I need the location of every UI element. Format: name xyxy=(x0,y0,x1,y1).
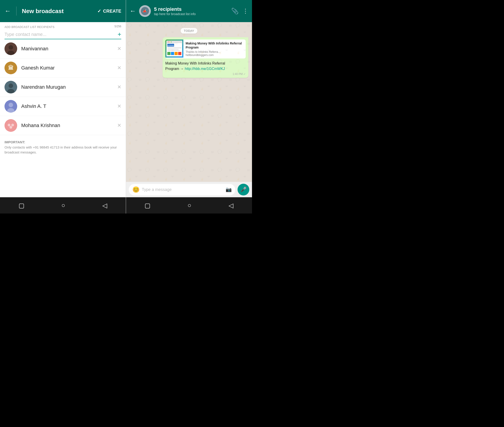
link-preview-image: infolinks xyxy=(165,39,183,58)
nav-recent-apps-icon-right[interactable]: ▢ xyxy=(145,202,150,209)
svg-point-9 xyxy=(8,103,13,107)
message-time: 1:40 PM ✓ xyxy=(165,72,246,76)
avatar xyxy=(5,100,17,113)
header-info[interactable]: 5 recipients tap here for broadcast list… xyxy=(154,6,228,16)
more-options-icon[interactable]: ⋮ xyxy=(242,8,248,15)
message-text-line2: Program → xyxy=(165,67,184,71)
important-text: Only contacts with +91 98845 41713 in th… xyxy=(5,145,117,154)
nav-back-icon-right[interactable]: ◁ xyxy=(229,202,233,209)
input-box: 😊 📷 xyxy=(129,184,235,195)
bottom-nav-left: ▢ ○ ◁ xyxy=(0,197,126,214)
svg-rect-31 xyxy=(167,49,178,50)
contact-name: Manivannan xyxy=(21,46,117,52)
svg-text:infolinks: infolinks xyxy=(168,45,174,46)
contact-name: Ganesh Kumar xyxy=(21,65,117,71)
avatar xyxy=(5,119,17,132)
search-row: + xyxy=(5,31,121,39)
message-bubble: infolinks Making M xyxy=(130,37,248,78)
bottom-nav-right: ▢ ○ ◁ xyxy=(126,197,252,214)
right-panel: ← 📣 5 recipients tap here for broadcast … xyxy=(126,0,252,214)
list-item: Ashvin A. T ✕ xyxy=(0,97,126,116)
add-recipients-label: ADD BROADCAST LIST RECIPIENTS xyxy=(5,25,54,29)
svg-point-14 xyxy=(9,126,12,129)
important-title: IMPORTANT: xyxy=(5,140,25,144)
left-header: ← New broadcast ✓ CREATE xyxy=(0,0,126,22)
add-contact-button[interactable]: + xyxy=(118,31,121,38)
svg-rect-34 xyxy=(171,52,174,55)
svg-point-11 xyxy=(5,119,17,132)
nav-home-icon[interactable]: ○ xyxy=(62,202,65,209)
avatar xyxy=(5,42,17,55)
svg-rect-33 xyxy=(167,52,171,55)
date-badge: TODAY xyxy=(130,28,248,34)
avatar: 🏛 xyxy=(5,62,17,74)
contact-name: Narendran Murugan xyxy=(21,84,117,90)
check-icon: ✓ xyxy=(97,8,101,14)
search-input[interactable] xyxy=(5,32,118,37)
svg-point-26 xyxy=(171,42,172,42)
svg-point-25 xyxy=(169,42,170,42)
link-preview: infolinks Making M xyxy=(165,39,246,58)
left-panel: ← New broadcast ✓ CREATE ADD BROADCAST L… xyxy=(0,0,126,214)
remove-button[interactable]: ✕ xyxy=(117,103,121,109)
chat-title: 5 recipients xyxy=(154,6,228,12)
broadcast-avatar: 📣 xyxy=(139,5,151,17)
svg-point-1 xyxy=(8,45,13,50)
contact-list: Manivannan ✕ 🏛 Ganesh Kumar ✕ Narendran … xyxy=(0,39,126,197)
message-input[interactable] xyxy=(142,187,223,192)
contact-name: Mohana Krishnan xyxy=(21,122,117,129)
link-preview-title: Making Money With Infolinks Referral Pro… xyxy=(186,41,243,49)
back-button-right[interactable]: ← xyxy=(130,8,136,15)
mic-button[interactable]: 🎤 xyxy=(238,184,249,195)
message-text-line1: Making Money With Infolinks Referral xyxy=(165,61,225,65)
create-label: CREATE xyxy=(103,8,121,14)
bubble-text: Making Money With Infolinks Referral Pro… xyxy=(165,61,246,72)
emoji-icon[interactable]: 😊 xyxy=(132,186,140,193)
recipients-count: 5/256 xyxy=(115,25,121,28)
avatar xyxy=(5,81,17,93)
right-header: ← 📣 5 recipients tap here for broadcast … xyxy=(126,0,252,22)
remove-button[interactable]: ✕ xyxy=(117,84,121,90)
svg-point-13 xyxy=(11,124,14,126)
camera-icon[interactable]: 📷 xyxy=(225,187,232,192)
header-icons: 📎 ⋮ xyxy=(231,8,248,15)
list-item: Mohana Krishnan ✕ xyxy=(0,116,126,135)
svg-point-12 xyxy=(8,124,10,126)
list-item: Narendran Murugan ✕ xyxy=(0,78,126,97)
svg-point-6 xyxy=(8,84,13,88)
link-preview-domain: hellboundbloggers.com xyxy=(186,53,243,57)
remove-button[interactable]: ✕ xyxy=(117,65,121,71)
header-divider xyxy=(16,7,16,15)
remove-button[interactable]: ✕ xyxy=(117,122,121,129)
svg-text:🏛: 🏛 xyxy=(8,65,14,71)
new-broadcast-title: New broadcast xyxy=(22,8,94,15)
nav-back-icon[interactable]: ◁ xyxy=(102,202,107,209)
list-item: 🏛 Ganesh Kumar ✕ xyxy=(0,58,126,78)
create-button[interactable]: ✓ CREATE xyxy=(97,8,121,14)
back-button-left[interactable]: ← xyxy=(5,8,11,15)
mic-icon: 🎤 xyxy=(240,187,247,192)
svg-rect-36 xyxy=(178,52,181,55)
search-bar-area: ADD BROADCAST LIST RECIPIENTS 5/256 + xyxy=(0,22,126,39)
message-input-area: 😊 📷 🎤 xyxy=(126,182,252,197)
bubble-content: infolinks Making M xyxy=(163,37,248,78)
svg-rect-32 xyxy=(167,50,180,51)
svg-rect-35 xyxy=(175,52,178,55)
nav-home-icon-right[interactable]: ○ xyxy=(188,202,192,209)
chat-subtitle: tap here for broadcast list info xyxy=(154,12,228,16)
chat-area: 💬 ❤ ✌ ☎ TODAY xyxy=(126,22,252,182)
svg-point-24 xyxy=(168,42,169,42)
attachment-icon[interactable]: 📎 xyxy=(231,8,239,15)
link-preview-desc: Thanks to Infolinks Referra… xyxy=(186,50,243,53)
svg-rect-30 xyxy=(167,47,181,48)
svg-text:📣: 📣 xyxy=(142,8,148,14)
link-preview-text-area: Making Money With Infolinks Referral Pro… xyxy=(183,39,246,58)
svg-rect-23 xyxy=(167,41,182,43)
contact-name: Ashvin A. T xyxy=(21,103,117,109)
message-link[interactable]: http://hbb.me/1GCmWKJ xyxy=(185,67,225,71)
important-note: IMPORTANT: Only contacts with +91 98845 … xyxy=(0,135,126,160)
nav-recent-apps-icon[interactable]: ▢ xyxy=(18,202,24,209)
remove-button[interactable]: ✕ xyxy=(117,46,121,52)
date-label: TODAY xyxy=(181,28,197,34)
list-item: Manivannan ✕ xyxy=(0,39,126,58)
